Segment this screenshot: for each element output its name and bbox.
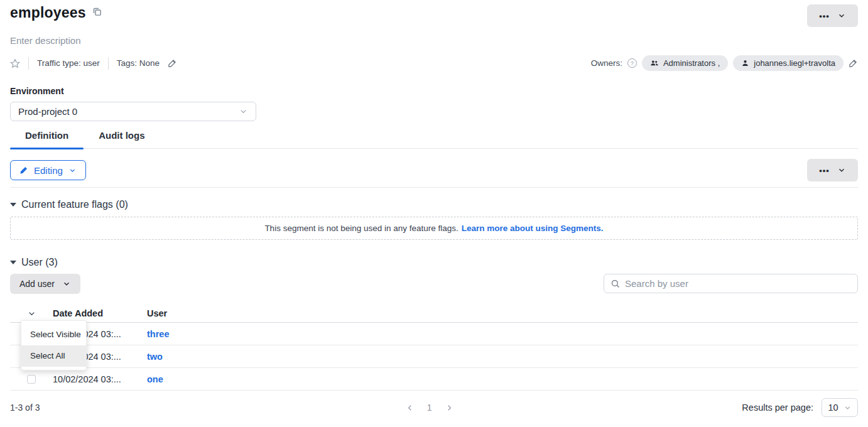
menu-item-select-all[interactable]: Select All — [21, 345, 86, 367]
table-row: 10/02/2024 03:... two — [10, 345, 858, 368]
traffic-type-label: Traffic type: user — [37, 58, 100, 68]
user-link[interactable]: two — [147, 352, 163, 362]
user-link[interactable]: three — [147, 329, 169, 339]
column-header-date-added[interactable]: Date Added — [53, 308, 147, 318]
pagination: 1 — [117, 403, 742, 413]
user-heading[interactable]: User (3) — [10, 257, 858, 268]
add-user-button[interactable]: Add user — [10, 274, 80, 294]
chevron-down-icon — [844, 404, 852, 412]
results-per-page: Results per page: 10 — [742, 398, 858, 417]
add-user-label: Add user — [19, 279, 55, 289]
tab-audit-logs[interactable]: Audit logs — [84, 130, 160, 148]
editing-label: Editing — [34, 165, 63, 176]
table-footer: 1-3 of 3 1 Results per page: 10 — [10, 398, 858, 417]
owner-chip-administrators[interactable]: Administrators , — [642, 55, 728, 71]
user-controls: Add user — [10, 274, 858, 294]
table-row: 10/02/2024 03:... one — [10, 368, 858, 391]
results-range-label: 1-3 of 3 — [10, 403, 117, 413]
environment-select[interactable]: Prod-project 0 — [10, 102, 256, 121]
empty-state-text: This segment is not being used in any fe… — [264, 224, 458, 233]
owner-chip-label: Administrators , — [663, 58, 720, 68]
pencil-icon — [19, 166, 28, 175]
chevron-down-icon — [239, 107, 248, 116]
chevron-down-icon — [837, 166, 846, 175]
feature-flags-section: Current feature flags (0) This segment i… — [10, 199, 858, 240]
environment-selected-value: Prod-project 0 — [18, 106, 77, 117]
chevron-down-icon — [68, 166, 77, 175]
owners-label: Owners: — [591, 58, 622, 68]
next-page-button[interactable] — [445, 403, 454, 413]
search-input[interactable] — [625, 278, 851, 289]
table-row: 10/02/2024 03:... three — [10, 323, 858, 345]
collapse-triangle-icon — [10, 203, 16, 207]
feature-flags-heading-label: Current feature flags (0) — [21, 199, 128, 210]
description-placeholder[interactable]: Enter description — [10, 35, 858, 46]
collapse-triangle-icon — [10, 261, 16, 264]
divider — [108, 57, 109, 70]
tags-label: Tags: None — [117, 58, 160, 68]
chevron-right-icon — [445, 403, 454, 413]
owner-chip-user[interactable]: johannes.liegl+travolta — [733, 55, 844, 71]
header: employees ••• — [10, 0, 858, 27]
header-overflow-button[interactable]: ••• — [807, 4, 858, 27]
tab-bar: Definition Audit logs — [10, 130, 858, 149]
tab-definition[interactable]: Definition — [10, 130, 84, 148]
results-per-page-select[interactable]: 10 — [822, 398, 858, 417]
table-header-row: Date Added User — [10, 305, 858, 323]
user-table: Date Added User 10/02/2024 03:... three … — [10, 305, 858, 391]
page-title: employees — [10, 4, 86, 21]
editing-button[interactable]: Editing — [10, 160, 86, 180]
previous-page-button[interactable] — [405, 403, 415, 413]
environment-block: Environment Prod-project 0 — [10, 86, 858, 121]
help-icon[interactable]: ? — [627, 58, 637, 68]
user-link[interactable]: one — [147, 374, 163, 384]
segment-detail-page: employees ••• Enter description T — [0, 0, 868, 427]
feature-flags-empty-state: This segment is not being used in any fe… — [10, 217, 858, 240]
feature-flags-heading[interactable]: Current feature flags (0) — [10, 199, 858, 210]
menu-item-select-visible[interactable]: Select Visible — [21, 324, 86, 345]
current-page-number[interactable]: 1 — [427, 403, 432, 413]
favorite-star-icon[interactable] — [10, 58, 20, 68]
results-per-page-label: Results per page: — [742, 403, 813, 413]
person-icon — [741, 59, 749, 67]
owner-chip-label: johannes.liegl+travolta — [754, 58, 835, 68]
chevron-left-icon — [405, 403, 415, 413]
divider — [10, 187, 858, 188]
column-header-user[interactable]: User — [147, 308, 858, 318]
group-icon — [650, 59, 659, 67]
environment-label: Environment — [10, 86, 858, 96]
chevron-down-icon — [62, 279, 71, 288]
row-checkbox[interactable] — [27, 375, 36, 384]
date-added-cell: 10/02/2024 03:... — [53, 374, 147, 384]
select-dropdown-menu: Select Visible Select All — [21, 320, 87, 370]
copy-icon[interactable] — [92, 7, 102, 19]
chevron-down-icon — [837, 11, 846, 20]
search-icon — [610, 279, 620, 288]
meta-row: Traffic type: user Tags: None Owners: ? — [10, 55, 858, 71]
results-per-page-value: 10 — [828, 403, 838, 413]
divider — [28, 57, 29, 70]
user-heading-label: User (3) — [21, 257, 58, 268]
edit-tags-pencil-icon[interactable] — [168, 58, 177, 68]
learn-more-link[interactable]: Learn more about using Segments. — [462, 224, 604, 233]
definition-overflow-button[interactable]: ••• — [807, 159, 858, 181]
edit-owners-pencil-icon[interactable] — [849, 58, 858, 68]
user-section: User (3) Add user — [10, 257, 858, 417]
definition-toolbar: Editing ••• — [10, 159, 858, 181]
more-dots-icon: ••• — [819, 12, 830, 20]
select-menu-chevron-icon[interactable] — [27, 309, 36, 318]
more-dots-icon: ••• — [819, 166, 830, 175]
user-search-box — [604, 274, 858, 293]
